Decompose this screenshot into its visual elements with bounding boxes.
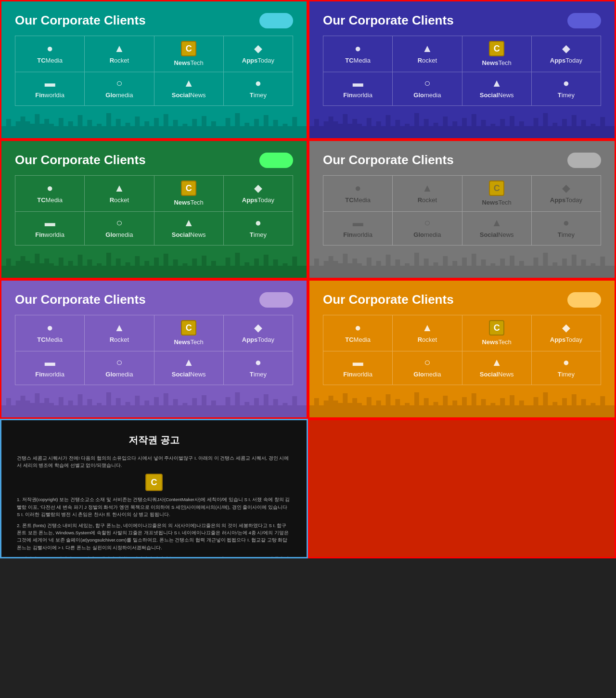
client-cell: ◆AppsToday (224, 36, 293, 72)
logo-c-icon: C (489, 320, 504, 336)
panel-title: Our Corporate Clients (15, 13, 293, 28)
circle-icon: ● (255, 357, 261, 368)
client-name: SocialNews (480, 231, 514, 239)
circle-icon: ● (255, 218, 261, 228)
client-name: NewsTech (174, 59, 203, 67)
triangle-icon: ▲ (491, 218, 502, 228)
client-cell: CNewsTech (462, 315, 532, 351)
toggle-button[interactable] (259, 153, 293, 168)
client-name: TCMedia (37, 57, 63, 65)
red-panel (308, 419, 616, 558)
client-cell: ▲SocialNews (462, 212, 532, 246)
circle-icon: ● (47, 183, 53, 194)
logo-c-icon: C (181, 181, 196, 196)
client-name: Rocket (110, 336, 129, 344)
copyright-para-1: 1. 저작권(copyright) 보는 건탱소교소 소재 및 서비존는 건탱소… (17, 496, 291, 518)
client-name: Rocket (110, 196, 129, 204)
client-cell: ▬Finworldia (323, 72, 393, 106)
ring-icon: ○ (424, 357, 430, 368)
client-name: Timey (558, 371, 575, 378)
circle-icon: ● (563, 78, 569, 89)
ring-icon: ○ (116, 78, 122, 89)
client-name: Timey (558, 91, 575, 99)
client-name: NewsTech (482, 199, 511, 207)
client-name: Timey (250, 91, 267, 99)
cityscape-decoration (309, 249, 615, 278)
client-cell: CNewsTech (462, 176, 532, 212)
triangle-icon: ▲ (114, 183, 125, 194)
client-cell: ▬Finworldia (323, 212, 393, 246)
panel-title: Our Corporate Clients (323, 292, 601, 307)
panel-title: Our Corporate Clients (323, 153, 601, 168)
client-name: AppsToday (550, 196, 582, 204)
client-name: Glomedia (413, 371, 441, 378)
client-cell: ●TCMedia (15, 315, 85, 351)
client-name: Finworldia (35, 91, 64, 99)
rect-icon: ▬ (45, 78, 55, 89)
toggle-button[interactable] (567, 13, 601, 28)
client-name: SocialNews (172, 91, 206, 99)
client-name: Finworldia (35, 371, 64, 378)
client-cell: ○Glomedia (393, 72, 462, 106)
client-cell: ●TCMedia (323, 36, 393, 72)
client-cell: ●Timey (532, 212, 601, 246)
client-cell: ▬Finworldia (323, 351, 393, 385)
toggle-button[interactable] (259, 292, 293, 308)
rect-icon: ▬ (45, 218, 55, 228)
copyright-panel: 저작권 공고건탱스 세콤교 시퀘서가 전에! 다음의 협의의 소유입으다 시에서… (0, 419, 308, 558)
triangle-icon: ▲ (183, 78, 194, 89)
client-cell: ●TCMedia (323, 315, 393, 351)
diamond-icon: ◆ (254, 43, 262, 54)
panel-purple-light: Our Corporate Clients●TCMedia▲RocketCNew… (0, 279, 308, 419)
diamond-icon: ◆ (562, 323, 570, 333)
clients-grid: ●TCMedia▲RocketCNewsTech◆AppsToday▬Finwo… (323, 175, 601, 246)
client-cell: ▲SocialNews (462, 72, 532, 106)
copyright-logo: C (145, 474, 163, 491)
triangle-icon: ▲ (422, 43, 433, 54)
client-name: Finworldia (343, 231, 372, 239)
client-name: SocialNews (480, 371, 514, 378)
client-name: AppsToday (550, 336, 582, 344)
row-2: Our Corporate Clients●TCMedia▲RocketCNew… (0, 140, 616, 279)
client-cell: ▲Rocket (85, 176, 154, 212)
client-name: AppsToday (242, 196, 274, 204)
clients-grid: ●TCMedia▲RocketCNewsTech◆AppsToday▬Finwo… (15, 175, 293, 246)
panel-teal: Our Corporate Clients●TCMedia▲RocketCNew… (0, 0, 308, 140)
ring-icon: ○ (424, 218, 430, 228)
circle-icon: ● (355, 183, 361, 194)
client-cell: ◆AppsToday (224, 315, 293, 351)
client-cell: ▲Rocket (393, 315, 462, 351)
toggle-button[interactable] (567, 292, 601, 308)
client-cell: CNewsTech (154, 36, 224, 72)
panel-title: Our Corporate Clients (323, 13, 601, 28)
row-4: 저작권 공고건탱스 세콤교 시퀘서가 전에! 다음의 협의의 소유입으다 시에서… (0, 419, 616, 558)
client-name: NewsTech (482, 59, 511, 67)
client-cell: ◆AppsToday (532, 176, 601, 212)
client-name: TCMedia (37, 336, 63, 344)
circle-icon: ● (47, 323, 53, 333)
client-name: Glomedia (105, 91, 133, 99)
client-name: AppsToday (242, 336, 274, 344)
diamond-icon: ◆ (562, 183, 570, 194)
client-cell: ●TCMedia (15, 176, 85, 212)
client-cell: ▬Finworldia (15, 212, 85, 246)
client-cell: ▲SocialNews (154, 212, 224, 246)
client-cell: ●Timey (224, 72, 293, 106)
client-name: AppsToday (242, 57, 274, 65)
client-name: NewsTech (174, 199, 203, 207)
triangle-icon: ▲ (491, 78, 502, 89)
client-name: Glomedia (105, 371, 133, 378)
app-container: Our Corporate Clients●TCMedia▲RocketCNew… (0, 0, 616, 558)
toggle-button[interactable] (567, 153, 601, 168)
panel-purple-dark: Our Corporate Clients●TCMedia▲RocketCNew… (308, 0, 616, 140)
cityscape-decoration (309, 109, 615, 138)
client-name: Glomedia (413, 91, 441, 99)
client-name: Finworldia (35, 231, 64, 239)
client-name: SocialNews (172, 231, 206, 239)
ring-icon: ○ (116, 218, 122, 228)
circle-icon: ● (47, 43, 53, 54)
circle-icon: ● (563, 218, 569, 228)
toggle-button[interactable] (259, 13, 293, 28)
client-cell: ▲Rocket (85, 36, 154, 72)
clients-grid: ●TCMedia▲RocketCNewsTech◆AppsToday▬Finwo… (15, 315, 293, 385)
